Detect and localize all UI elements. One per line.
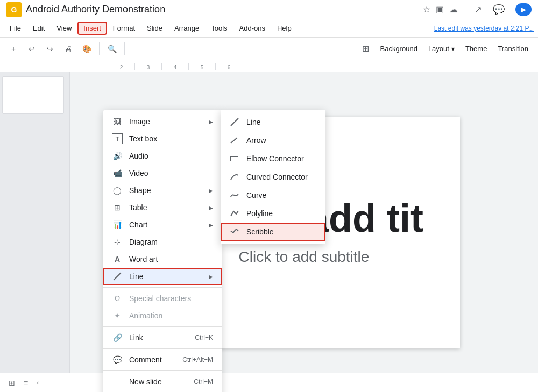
insert-diagram-item[interactable]: ⊹ Diagram bbox=[103, 233, 222, 251]
cloud-icon[interactable]: ☁ bbox=[449, 4, 458, 15]
animation-icon: ✦ bbox=[112, 310, 123, 321]
line-curved-connector-icon bbox=[229, 172, 240, 182]
redo-btn[interactable]: ↪ bbox=[42, 41, 58, 57]
wordart-icon: A bbox=[112, 254, 123, 265]
menu-sep-4 bbox=[103, 370, 222, 371]
comment-shortcut: Ctrl+Alt+M bbox=[182, 356, 213, 364]
menu-tools[interactable]: Tools bbox=[206, 22, 232, 34]
star-icon[interactable]: ☆ bbox=[423, 4, 430, 15]
comment-icon[interactable]: 💬 bbox=[493, 4, 505, 16]
toolbar: + ↩ ↪ 🖨 🎨 🔍 ⊞ Background Layout Theme Tr… bbox=[0, 38, 538, 60]
insert-comment-item[interactable]: 💬 Comment Ctrl+Alt+M bbox=[103, 351, 222, 368]
slide-thumbnail-1[interactable]: 1 bbox=[2, 76, 64, 114]
menu-help[interactable]: Help bbox=[272, 22, 297, 34]
link-shortcut: Ctrl+K bbox=[195, 334, 213, 341]
menu-arrange[interactable]: Arrange bbox=[169, 22, 204, 34]
insert-shape-item[interactable]: ◯ Shape bbox=[103, 182, 222, 199]
drive-icon[interactable]: ▣ bbox=[436, 4, 444, 15]
menu-insert[interactable]: Insert bbox=[78, 22, 107, 34]
fit-btn[interactable]: ⊞ bbox=[357, 41, 373, 57]
line-curve-item[interactable]: Curve bbox=[221, 186, 325, 204]
insert-special-chars-item[interactable]: Ω Special characters bbox=[103, 290, 222, 307]
insert-image-label: Image bbox=[129, 117, 202, 126]
list-view-btn[interactable]: ≡ bbox=[22, 376, 30, 389]
undo-btn[interactable]: ↩ bbox=[24, 41, 40, 57]
line-arrow-label: Arrow bbox=[246, 136, 266, 145]
line-scribble-item[interactable]: Scribble bbox=[221, 223, 325, 241]
insert-link-item[interactable]: 🔗 Link Ctrl+K bbox=[103, 329, 222, 346]
trending-icon[interactable]: ↗ bbox=[474, 4, 482, 16]
line-polyline-label: Polyline bbox=[246, 209, 273, 218]
ruler-mark-2: 2 bbox=[108, 63, 134, 70]
line-elbow-label: Elbow Connector bbox=[246, 154, 304, 163]
line-line-item[interactable]: Line bbox=[221, 113, 325, 131]
title-bar: G Android Authority Demonstration ☆ ▣ ☁ … bbox=[0, 0, 538, 19]
ruler-mark-3: 3 bbox=[134, 63, 161, 70]
ruler-mark-5: 5 bbox=[188, 63, 215, 70]
line-line-icon bbox=[229, 117, 240, 127]
last-edit-info[interactable]: Last edit was yesterday at 2:21 P... bbox=[434, 25, 534, 32]
special-chars-icon: Ω bbox=[112, 293, 123, 304]
insert-chart-item[interactable]: 📊 Chart bbox=[103, 216, 222, 233]
line-curved-connector-item[interactable]: Curved Connector bbox=[221, 168, 325, 186]
insert-video-item[interactable]: 📹 Video bbox=[103, 165, 222, 182]
insert-link-label: Link bbox=[129, 333, 188, 342]
menu-edit[interactable]: Edit bbox=[27, 22, 50, 34]
menu-sep-1 bbox=[103, 287, 222, 288]
layout-btn[interactable]: Layout bbox=[424, 42, 459, 55]
insert-wordart-item[interactable]: A Word art bbox=[103, 251, 222, 268]
shape-arrow-icon bbox=[209, 187, 213, 194]
toolbar-sep-2 bbox=[124, 42, 125, 55]
link-icon: 🔗 bbox=[112, 332, 123, 343]
insert-table-item[interactable]: ⊞ Table bbox=[103, 199, 222, 216]
insert-animation-item[interactable]: ✦ Animation bbox=[103, 307, 222, 324]
table-arrow-icon bbox=[209, 204, 213, 211]
insert-line-item[interactable]: Line bbox=[103, 268, 222, 285]
ruler: 2 3 4 5 6 bbox=[0, 60, 538, 72]
document-title[interactable]: Android Authority Demonstration bbox=[26, 4, 419, 15]
insert-new-slide-item[interactable]: New slide Ctrl+M bbox=[103, 373, 222, 390]
menu-format[interactable]: Format bbox=[108, 22, 140, 34]
slide-panel: 1 bbox=[0, 72, 70, 392]
line-line-label: Line bbox=[246, 118, 260, 126]
audio-icon: 🔊 bbox=[112, 151, 123, 161]
theme-btn[interactable]: Theme bbox=[461, 42, 491, 55]
slide-subtitle[interactable]: Click to add subtitle bbox=[239, 248, 370, 266]
line-scribble-icon bbox=[229, 226, 240, 237]
bottom-bar: ⊞ ≡ ‹ bbox=[0, 373, 538, 392]
line-polyline-item[interactable]: Polyline bbox=[221, 204, 325, 223]
insert-chart-label: Chart bbox=[129, 220, 202, 229]
background-btn[interactable]: Background bbox=[376, 42, 421, 55]
insert-special-chars-label: Special characters bbox=[129, 294, 213, 303]
transition-btn[interactable]: Transition bbox=[493, 42, 533, 55]
paint-btn[interactable]: 🎨 bbox=[79, 41, 95, 57]
ruler-mark-4: 4 bbox=[161, 63, 188, 70]
line-arrow-item[interactable]: Arrow bbox=[221, 131, 325, 149]
zoom-out-btn[interactable]: 🔍 bbox=[104, 41, 120, 57]
menu-slide[interactable]: Slide bbox=[141, 22, 168, 34]
line-arrow-icon bbox=[209, 273, 213, 280]
present-btn[interactable]: ▶ bbox=[515, 3, 532, 16]
main-area: 1 lick to add tit Click to add subtitle … bbox=[0, 72, 538, 392]
insert-audio-item[interactable]: 🔊 Audio bbox=[103, 147, 222, 165]
new-slide-shortcut: Ctrl+M bbox=[194, 378, 213, 386]
menu-view[interactable]: View bbox=[51, 22, 77, 34]
menu-file[interactable]: File bbox=[4, 22, 26, 34]
expand-panel-btn[interactable]: ‹ bbox=[37, 379, 39, 387]
app-icon: G bbox=[6, 2, 22, 17]
menu-addons[interactable]: Add-ons bbox=[234, 22, 271, 34]
print-btn[interactable]: 🖨 bbox=[60, 41, 76, 57]
line-curve-icon bbox=[229, 190, 240, 201]
title-icons: ☆ ▣ ☁ ↗ 💬 ▶ bbox=[423, 3, 532, 16]
toolbar-sep-1 bbox=[99, 42, 100, 55]
insert-comment-label: Comment bbox=[129, 355, 176, 364]
line-submenu-dropdown: Line Arrow Elbow Connector Curved Connec… bbox=[221, 110, 325, 244]
line-scribble-label: Scribble bbox=[246, 227, 274, 236]
insert-image-item[interactable]: 🖼 Image bbox=[103, 113, 222, 130]
line-elbow-item[interactable]: Elbow Connector bbox=[221, 149, 325, 168]
grid-view-btn[interactable]: ⊞ bbox=[6, 376, 17, 389]
insert-textbox-item[interactable]: T Text box bbox=[103, 130, 222, 147]
add-btn[interactable]: + bbox=[5, 41, 22, 57]
image-icon: 🖼 bbox=[112, 116, 123, 127]
insert-diagram-label: Diagram bbox=[129, 238, 213, 246]
